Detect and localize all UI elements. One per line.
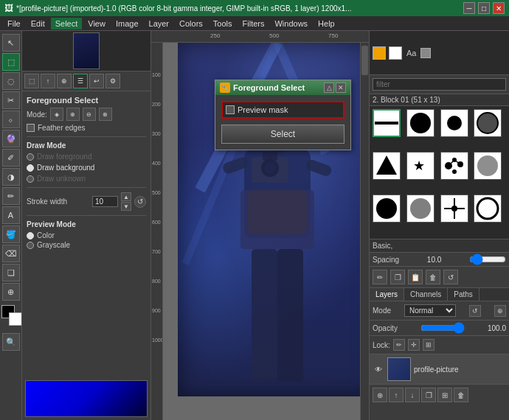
brush-cell-5[interactable] [373,152,401,180]
vscroll-thumb[interactable] [361,46,368,75]
minimize-button[interactable]: ─ [463,2,475,14]
tab-paths[interactable]: Paths [448,288,479,301]
mode-options-btn[interactable]: ⊕ [494,305,506,317]
lock-pixels-btn[interactable]: ✏ [393,339,405,351]
brush-delete-btn[interactable]: 🗑 [426,270,440,284]
layer-item[interactable]: 👁 profile-picture [370,354,509,384]
layer-copy-btn[interactable]: ❐ [421,388,436,402]
dialog-close-btn[interactable]: ✕ [336,83,346,93]
menu-filters[interactable]: Filters [238,18,269,29]
menu-edit[interactable]: Edit [27,18,49,29]
tb-new[interactable]: ⬚ [24,74,39,88]
menu-tools[interactable]: Tools [209,18,237,29]
tb-undo[interactable]: ↩ [89,74,104,88]
mode-dropdown[interactable]: Normal [404,304,456,317]
layer-delete-btn[interactable]: 🗑 [454,388,468,402]
tool-free-select[interactable]: ✂ [2,91,20,109]
dialog-pin-btn[interactable]: △ [324,83,334,93]
stroke-down-btn[interactable]: ▼ [121,202,131,211]
draw-unknown-radio[interactable] [27,175,34,183]
brush-refresh-btn[interactable]: ↺ [443,270,458,284]
tool-scissors[interactable]: ✐ [2,149,20,167]
maximize-button[interactable]: □ [478,2,490,14]
opacity-slider[interactable] [420,323,465,332]
mode-reset-btn[interactable]: ↺ [469,305,481,317]
color-chip-white[interactable] [389,46,402,60]
select-button[interactable]: Select [221,125,344,144]
feather-checkbox[interactable] [27,124,35,132]
menu-view[interactable]: View [83,18,110,29]
tool-select-rect[interactable]: ⬚ [2,53,20,71]
layer-new-btn[interactable]: ⊕ [373,388,387,402]
tool-select-color[interactable]: 🔮 [2,130,20,147]
brush-cell-12[interactable] [474,195,502,223]
color-swatches[interactable] [1,305,22,326]
brush-paste-btn[interactable]: 📋 [408,270,423,284]
tool-bucket[interactable]: 🪣 [2,225,20,243]
tool-zoom[interactable]: 🔍 [2,333,20,351]
menu-file[interactable]: File [3,18,25,29]
menu-windows[interactable]: Windows [270,18,312,29]
preview-mask-checkbox[interactable] [226,105,235,114]
brush-cell-4[interactable] [474,109,502,137]
layer-up-btn[interactable]: ↑ [389,388,404,402]
color-chip-orange[interactable] [373,46,386,60]
tb-move[interactable]: ↑ [41,74,55,88]
svg-point-31 [376,198,397,219]
tool-fuzzy-select[interactable]: ⬦ [2,111,20,128]
tb-zoom-in[interactable]: ⊕ [57,74,72,88]
lock-alpha-btn[interactable]: ⊞ [423,339,434,351]
brush-cell-7[interactable] [440,152,468,180]
tool-clone[interactable]: ❏ [2,264,20,281]
mode-btn-4[interactable]: ⊗ [99,108,112,121]
background-color[interactable] [9,312,22,326]
tab-channels[interactable]: Channels [404,288,448,301]
canvas[interactable]: 🔧 Foreground Select △ ✕ Preview mask [163,43,360,420]
brush-cell-11[interactable] [440,195,468,223]
preview-color-radio[interactable] [27,232,34,239]
layer-visibility-eye[interactable]: 👁 [373,363,384,375]
brush-filter-input[interactable] [373,78,506,91]
brush-cell-9[interactable] [373,195,401,223]
tool-select-ellipse[interactable]: ◌ [2,72,20,90]
stroke-reset-btn[interactable]: ↺ [134,196,146,208]
brush-copy-btn[interactable]: ❐ [390,270,405,284]
layer-down-btn[interactable]: ↓ [405,388,420,402]
spacing-slider[interactable] [469,255,506,264]
tool-text[interactable]: A [2,206,20,224]
tool-move[interactable]: ↖ [2,34,20,52]
stroke-input[interactable] [92,196,118,207]
brush-cell-2[interactable] [406,109,434,137]
brush-cell-8[interactable] [474,152,502,180]
tb-scripts[interactable]: ⚙ [105,74,120,88]
brush-cell-1[interactable] [373,109,401,137]
mode-btn-1[interactable]: ◈ [50,108,63,121]
stroke-up-btn[interactable]: ▲ [121,192,131,201]
menu-help[interactable]: Help [314,18,339,29]
lock-position-btn[interactable]: ✛ [408,339,420,351]
close-button[interactable]: ✕ [493,2,505,14]
color-chip-gray[interactable] [420,48,431,58]
draw-bg-radio[interactable] [27,164,34,172]
tool-paths[interactable]: ✏ [2,187,20,205]
mode-btn-3[interactable]: ⊖ [83,108,96,121]
draw-fg-radio[interactable] [27,153,34,161]
fg-select-titlebar[interactable]: 🔧 Foreground Select △ ✕ [215,80,350,95]
menu-image[interactable]: Image [111,18,143,29]
brush-edit-btn[interactable]: ✏ [373,270,387,284]
preview-grayscale-radio[interactable] [27,242,34,249]
tab-layers[interactable]: Layers [370,288,404,301]
menu-colors[interactable]: Colors [175,18,207,29]
brush-cell-3[interactable] [440,109,468,137]
layer-merge-btn[interactable]: ⊞ [437,388,452,402]
tb-select[interactable]: ☰ [73,74,88,88]
tool-heal[interactable]: ⊕ [2,283,20,301]
menu-layer[interactable]: Layer [145,18,174,29]
tool-eraser[interactable]: ⌫ [2,245,20,262]
menu-select[interactable]: Select [51,18,83,29]
canvas-vscroll[interactable] [360,43,369,420]
tool-foreground-select[interactable]: ◑ [2,168,20,186]
brush-cell-10[interactable] [406,195,434,223]
mode-btn-2[interactable]: ⊕ [66,108,80,121]
brush-cell-6[interactable]: ★ [406,152,434,180]
